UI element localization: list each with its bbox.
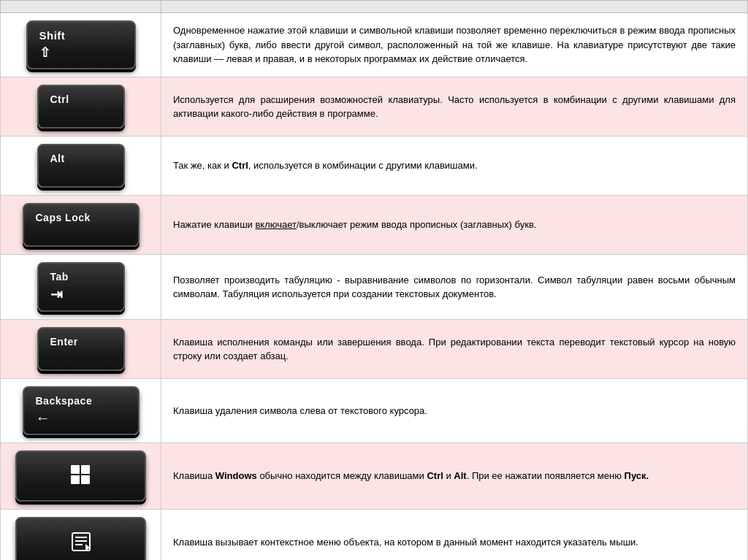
- description-cell: Позволяет производить табуляцию - выравн…: [161, 255, 748, 320]
- table-row: Enter Клавиша исполнения команды или зав…: [1, 320, 748, 379]
- key-label: Caps Lock: [36, 212, 91, 223]
- key-cell: Ctrl: [1, 77, 161, 137]
- key-label: Shift: [39, 29, 66, 42]
- shift-icon: ⇧: [39, 45, 123, 61]
- key-cell: Backspace ←: [1, 379, 161, 443]
- description-cell: Клавиша Windows обычно находится между к…: [161, 443, 748, 510]
- description-text: Позволяет производить табуляцию - выравн…: [173, 275, 736, 300]
- key-label: Backspace: [36, 395, 93, 407]
- key-cell: Caps Lock: [1, 196, 161, 255]
- table-row: Tab ⇥ Позволяет производить табуляцию - …: [1, 255, 748, 320]
- description-part: . При ее нажатии появляется меню: [467, 470, 625, 481]
- description-part: Windows: [215, 470, 257, 481]
- header-key: [1, 1, 161, 13]
- description-part: включает: [255, 219, 297, 230]
- svg-rect-0: [71, 465, 80, 474]
- key-cell: Tab ⇥: [1, 255, 161, 320]
- key-cell: Enter: [1, 320, 161, 379]
- key-cell: Alt: [1, 137, 161, 196]
- description-part: Ctrl: [232, 160, 248, 171]
- table-row: Клавиша вызывает контекстное меню объект…: [1, 510, 748, 561]
- tab-icon: ⇥: [50, 285, 112, 303]
- description-part: Ctrl: [427, 470, 443, 481]
- key-button: Shift ⇧: [26, 20, 136, 69]
- svg-rect-3: [81, 475, 90, 484]
- description-cell: Используется для расширения возможностей…: [161, 77, 748, 137]
- description-part: Пуск.: [625, 470, 649, 481]
- context-menu-icon: [71, 532, 91, 554]
- key-label: Alt: [50, 153, 65, 164]
- backspace-icon: ←: [36, 410, 126, 426]
- description-part: Так же, как и: [173, 160, 232, 171]
- key-cell: [1, 510, 161, 561]
- description-cell: Клавиша исполнения команды или завершени…: [161, 320, 748, 379]
- table-row: Shift ⇧ Одновременное нажатие этой клави…: [1, 13, 748, 77]
- description-text: Клавиша вызывает контекстное меню объект…: [173, 537, 638, 548]
- key-cell: Shift ⇧: [1, 13, 161, 77]
- description-text: Используется для расширения возможностей…: [173, 94, 736, 120]
- description-text: Клавиша исполнения команды или завершени…: [173, 337, 736, 362]
- key-button: [15, 517, 146, 560]
- description-cell: Так же, как и Ctrl, используется в комби…: [161, 137, 748, 196]
- key-button: Ctrl: [37, 85, 125, 129]
- key-button: [15, 450, 146, 502]
- windows-icon: [71, 465, 91, 488]
- description-cell: Клавиша удаления символа слева от тексто…: [161, 379, 748, 443]
- description-part: /выключает режим ввода прописных (заглав…: [297, 219, 536, 230]
- description-part: Нажатие клавиши: [173, 219, 255, 230]
- table-row: Backspace ← Клавиша удаления символа сле…: [1, 379, 748, 443]
- key-label: Ctrl: [50, 93, 69, 105]
- description-part: Клавиша: [173, 470, 215, 481]
- header-action: [161, 1, 748, 13]
- keyboard-table: Shift ⇧ Одновременное нажатие этой клави…: [0, 0, 748, 560]
- description-part: обычно находится между клавишами: [257, 470, 427, 481]
- description-cell: Одновременное нажатие этой клавиши и сим…: [161, 13, 748, 77]
- svg-rect-2: [71, 475, 80, 484]
- key-label: Enter: [50, 336, 78, 348]
- table-row: Клавиша Windows обычно находится между к…: [1, 443, 748, 510]
- description-part: и: [443, 470, 454, 481]
- key-button: Tab ⇥: [37, 262, 125, 312]
- description-part: Alt: [454, 470, 466, 481]
- key-button: Caps Lock: [23, 203, 140, 247]
- description-text: Клавиша удаления символа слева от тексто…: [173, 405, 427, 416]
- key-button: Enter: [37, 327, 125, 371]
- table-row: Ctrl Используется для расширения возможн…: [1, 77, 748, 137]
- key-button: Alt: [37, 144, 125, 188]
- svg-rect-1: [81, 465, 90, 474]
- description-part: , используется в комбинации с другими кл…: [248, 160, 478, 171]
- table-row: Alt Так же, как и Ctrl, используется в к…: [1, 137, 748, 196]
- description-cell: Клавиша вызывает контекстное меню объект…: [161, 510, 748, 561]
- description-text: Одновременное нажатие этой клавиши и сим…: [173, 25, 736, 64]
- description-cell: Нажатие клавиши включает/выключает режим…: [161, 196, 748, 255]
- table-row: Caps Lock Нажатие клавиши включает/выклю…: [1, 196, 748, 255]
- key-button: Backspace ←: [23, 386, 140, 435]
- key-label: Tab: [50, 271, 69, 283]
- key-cell: [1, 443, 161, 510]
